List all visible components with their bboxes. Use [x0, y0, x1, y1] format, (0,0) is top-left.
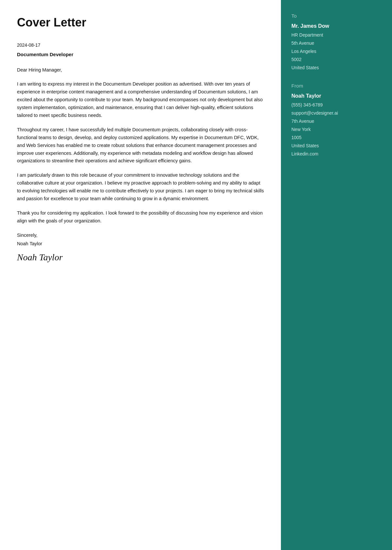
from-city: New York — [291, 126, 382, 133]
to-country: United States — [291, 64, 382, 71]
paragraph-1: I am writing to express my interest in t… — [17, 80, 264, 120]
closing-text: Sincerely, — [17, 232, 264, 239]
from-street: 7th Avenue — [291, 118, 382, 125]
from-email: support@cvdesigner.ai — [291, 110, 382, 117]
paragraph-3: I am particularly drawn to this role bec… — [17, 171, 264, 203]
from-zip: 1005 — [291, 134, 382, 141]
to-department: HR Department — [291, 32, 382, 39]
paragraph-4: Thank you for considering my application… — [17, 209, 264, 225]
page: Cover Letter 2024-08-17 Documentum Devel… — [0, 0, 392, 550]
greeting: Dear Hiring Manager, — [17, 66, 264, 74]
from-country: United States — [291, 142, 382, 149]
from-linkedin: Linkedin.com — [291, 151, 382, 157]
from-name: Noah Taylor — [291, 93, 382, 99]
from-phone: (555) 345-6789 — [291, 102, 382, 108]
sidebar: To Mr. James Dow HR Department 5th Avenu… — [281, 0, 392, 550]
job-title: Documentum Developer — [17, 52, 264, 57]
to-label: To — [291, 13, 382, 19]
from-label: From — [291, 83, 382, 89]
to-section: To Mr. James Dow HR Department 5th Avenu… — [291, 13, 382, 71]
to-street: 5th Avenue — [291, 40, 382, 47]
signature: Noah Taylor — [17, 252, 264, 263]
paragraph-2: Throughout my career, I have successfull… — [17, 126, 264, 165]
to-name: Mr. James Dow — [291, 23, 382, 29]
to-zip: 5002 — [291, 56, 382, 63]
date: 2024-08-17 — [17, 42, 264, 48]
closing-name: Noah Taylor — [17, 241, 264, 246]
main-content: Cover Letter 2024-08-17 Documentum Devel… — [0, 0, 281, 550]
from-section: From Noah Taylor (555) 345-6789 support@… — [291, 83, 382, 157]
page-title: Cover Letter — [17, 16, 264, 29]
to-city: Los Angeles — [291, 48, 382, 55]
